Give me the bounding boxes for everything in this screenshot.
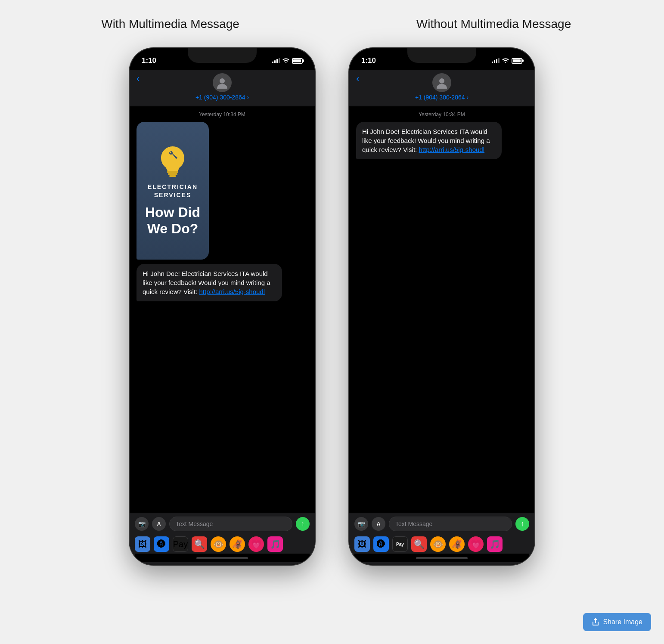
photos-app-left[interactable]: 🖼: [135, 536, 150, 552]
avatar-left: [213, 73, 232, 92]
signal-left: [272, 58, 280, 63]
photos-app-right[interactable]: 🖼: [354, 536, 370, 552]
status-icons-right: [492, 58, 522, 64]
memoji1-left[interactable]: 🐵: [211, 536, 226, 552]
contact-name-right: +1 (904) 300-2864 ›: [415, 94, 469, 101]
phone-left: 1:10: [130, 48, 315, 565]
msg-header-right: ‹ +1 (904) 300-2864 ›: [349, 70, 534, 106]
battery-right: [512, 58, 522, 64]
music-left[interactable]: 🎵: [267, 536, 283, 552]
text-input-right[interactable]: Text Message: [389, 517, 512, 531]
hearts-right[interactable]: 💗: [468, 536, 484, 552]
home-indicator-left: [135, 554, 310, 562]
applepay-left[interactable]: Pay: [173, 536, 188, 552]
brand-name-left: ELECTRICIAN SERVICES: [148, 183, 198, 198]
back-button-right[interactable]: ‹: [356, 73, 359, 84]
memoji2-left[interactable]: 🦧: [230, 536, 245, 552]
time-left: 1:10: [142, 56, 156, 65]
msg-header-left: ‹ +1 (904) 300-2864 ›: [130, 70, 315, 106]
search-app-right[interactable]: 🔍: [411, 536, 427, 552]
bottom-bar-left: 📷 A Text Message ↑ 🖼 🅐 Pay 🔍 🐵 🦧 💗 🎵: [130, 513, 315, 565]
share-icon: [592, 618, 599, 626]
wifi-left: [282, 58, 289, 63]
messages-area-left: Yesterday 10:34 PM: [130, 106, 315, 513]
avatar-right: [432, 73, 451, 92]
svg-rect-4: [169, 175, 176, 177]
share-image-button[interactable]: Share Image: [583, 613, 651, 631]
back-button-left[interactable]: ‹: [137, 73, 140, 84]
appstore-app-left[interactable]: 🅐: [154, 536, 169, 552]
camera-icon-right[interactable]: 📷: [354, 517, 368, 531]
camera-icon-left[interactable]: 📷: [135, 517, 149, 531]
contact-name-left: +1 (904) 300-2864 ›: [195, 94, 249, 101]
appstore-icon-right[interactable]: A: [372, 517, 385, 531]
search-app-left[interactable]: 🔍: [192, 536, 207, 552]
battery-left: [292, 58, 303, 64]
notch-left: [188, 48, 257, 63]
time-right: 1:10: [361, 56, 376, 65]
appstore-app-right[interactable]: 🅐: [373, 536, 389, 552]
hearts-left[interactable]: 💗: [248, 536, 264, 552]
date-left: Yesterday 10:34 PM: [137, 111, 308, 118]
input-row-right: 📷 A Text Message ↑: [354, 517, 529, 531]
mms-card-left: ELECTRICIAN SERVICES How Did We Do?: [137, 122, 209, 260]
screen-right: 1:10: [349, 48, 534, 565]
input-row-left: 📷 A Text Message ↑: [135, 517, 310, 531]
apps-row-right: 🖼 🅐 Pay 🔍 🐵 🦧 💗 🎵: [354, 535, 529, 554]
svg-rect-2: [167, 171, 178, 173]
lightbulb-icon: [158, 144, 188, 183]
applepay-right[interactable]: Pay: [392, 536, 408, 552]
left-title: With Multimedia Message: [20, 17, 321, 31]
mms-tagline-left: How Did We Do?: [145, 204, 200, 237]
status-icons-left: [272, 58, 303, 64]
svg-point-6: [439, 78, 444, 84]
svg-point-1: [220, 78, 225, 84]
svg-rect-3: [168, 173, 177, 175]
message-bubble-right: Hi John Doe! Electrician Services ITA wo…: [356, 122, 502, 159]
phone-right: 1:10: [349, 48, 534, 565]
send-button-right[interactable]: ↑: [515, 517, 529, 531]
apps-row-left: 🖼 🅐 Pay 🔍 🐵 🦧 💗 🎵: [135, 535, 310, 554]
message-link-left[interactable]: http://arri.us/5ig-shoudl: [199, 288, 265, 295]
right-title: Without Multimedia Message: [343, 17, 645, 31]
send-button-left[interactable]: ↑: [296, 517, 310, 531]
wifi-right: [502, 58, 509, 63]
bottom-bar-right: 📷 A Text Message ↑ 🖼 🅐 Pay 🔍 🐵 🦧 💗 🎵: [349, 513, 534, 565]
share-label: Share Image: [603, 618, 642, 626]
message-bubble-left: Hi John Doe! Electrician Services ITA wo…: [137, 264, 282, 301]
signal-right: [492, 58, 500, 63]
appstore-icon-left[interactable]: A: [152, 517, 166, 531]
notch-right: [407, 48, 476, 63]
music-right[interactable]: 🎵: [487, 536, 503, 552]
message-link-right[interactable]: http://arri.us/5ig-shoudl: [419, 146, 484, 153]
memoji2-right[interactable]: 🦧: [449, 536, 465, 552]
screen-left: 1:10: [130, 48, 315, 565]
memoji1-right[interactable]: 🐵: [430, 536, 446, 552]
home-indicator-right: [354, 554, 529, 562]
date-right: Yesterday 10:34 PM: [356, 111, 527, 118]
messages-area-right: Yesterday 10:34 PM Hi John Doe! Electric…: [349, 106, 534, 513]
text-input-left[interactable]: Text Message: [169, 517, 292, 531]
